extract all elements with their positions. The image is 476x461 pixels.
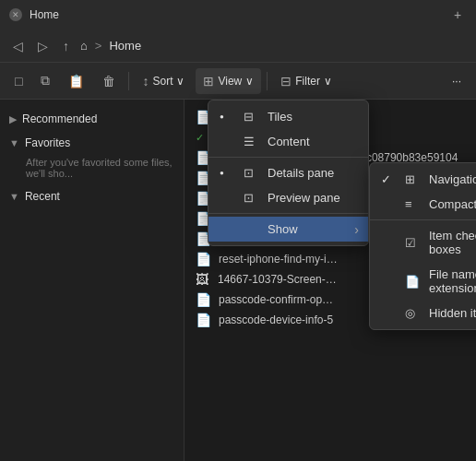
tab-close-button[interactable]: ✕ bbox=[9, 8, 22, 21]
chevron-down-icon: ▼ bbox=[9, 137, 19, 148]
compact-view-icon: ≡ bbox=[405, 197, 420, 211]
file-image-icon: 🖼 bbox=[196, 272, 210, 287]
check-navigation-pane: ✓ bbox=[381, 172, 396, 186]
breadcrumb-separator: > bbox=[95, 39, 102, 53]
file-name: passcode-device-info-5 bbox=[219, 313, 338, 326]
file-extensions-icon: 📄 bbox=[405, 275, 420, 289]
tiles-icon: ⊟ bbox=[244, 110, 258, 124]
sidebar-section-recent: ▼ Recent bbox=[0, 184, 184, 208]
delete-icon: 🗑 bbox=[102, 74, 115, 89]
address-bar: ◁ ▷ ↑ ⌂ > Home bbox=[0, 30, 476, 63]
sort-icon: ↕ bbox=[142, 74, 149, 89]
sidebar-section-favorites: ▼ Favorites After you've favorited some … bbox=[0, 131, 184, 184]
view-icon: ⊞ bbox=[203, 74, 214, 89]
menu-item-hidden-items[interactable]: ◎ Hidden items bbox=[370, 301, 476, 325]
toolbar-divider-1 bbox=[128, 72, 129, 90]
chevron-right-icon: ▶ bbox=[9, 113, 17, 125]
sort-button[interactable]: ↕ Sort ∨ bbox=[135, 68, 192, 94]
sidebar-section-recommended: ▶ Recommended bbox=[0, 107, 184, 131]
hidden-items-icon: ◎ bbox=[405, 306, 420, 320]
file-name: passcode-confirm-operation-8 bbox=[219, 293, 338, 306]
menu-dot-details: ● bbox=[220, 169, 234, 177]
item-checkboxes-icon: ☑ bbox=[405, 236, 420, 250]
menu-item-tiles[interactable]: ● ⊟ Tiles bbox=[208, 104, 368, 129]
menu-label-file-extensions: File name extensions bbox=[429, 267, 476, 295]
new-button[interactable]: □ bbox=[7, 68, 30, 94]
new-tab-button[interactable]: + bbox=[448, 6, 467, 24]
menu-label-content: Content bbox=[268, 135, 310, 148]
menu-label-navigation-pane: Navigation pane bbox=[429, 172, 476, 186]
copy-icon: ⧉ bbox=[41, 73, 50, 89]
up-button[interactable]: ↑ bbox=[59, 37, 73, 55]
filter-button[interactable]: ⊟ Filter ∨ bbox=[273, 68, 339, 94]
show-submenu: ✓ ⊞ Navigation pane ≡ Compact view ☑ Ite… bbox=[369, 162, 476, 330]
preview-pane-icon: ⊡ bbox=[244, 191, 258, 205]
sidebar-favorites-note: After you've favorited some files, we'll… bbox=[0, 153, 184, 183]
toolbar-divider-2 bbox=[267, 72, 268, 90]
menu-divider-1 bbox=[208, 157, 368, 158]
chevron-down-icon-recent: ▼ bbox=[9, 191, 19, 202]
file-name: reset-iphone-find-my-iphone bbox=[219, 253, 338, 266]
menu-item-compact-view[interactable]: ≡ Compact view bbox=[370, 192, 476, 217]
content-icon: ☰ bbox=[244, 135, 258, 148]
details-pane-icon: ⊡ bbox=[244, 166, 258, 180]
toolbar: □ ⧉ 📋 🗑 ↕ Sort ∨ ⊞ View ∨ ⊟ Filter ∨ ··· bbox=[0, 63, 476, 100]
more-button[interactable]: ··· bbox=[445, 68, 469, 94]
delete-button[interactable]: 🗑 bbox=[95, 68, 123, 94]
breadcrumb-current[interactable]: Home bbox=[109, 39, 141, 53]
sidebar-recommended-header[interactable]: ▶ Recommended bbox=[0, 109, 184, 129]
tab-label: Home bbox=[30, 8, 441, 21]
new-icon: □ bbox=[15, 74, 22, 89]
menu-label-show: Show bbox=[268, 222, 298, 236]
menu-item-file-extensions[interactable]: 📄 File name extensions bbox=[370, 262, 476, 301]
copy-button[interactable]: ⧉ bbox=[33, 68, 57, 94]
menu-divider-2 bbox=[208, 213, 368, 214]
view-button[interactable]: ⊞ View ∨ bbox=[196, 68, 261, 94]
menu-item-preview-pane[interactable]: ⊡ Preview pane bbox=[208, 185, 368, 210]
view-dropdown: ● ⊟ Tiles ☰ Content ● ⊡ Details pane ⊡ P… bbox=[208, 100, 369, 246]
navigation-pane-icon: ⊞ bbox=[405, 172, 420, 186]
menu-item-navigation-pane[interactable]: ✓ ⊞ Navigation pane bbox=[370, 167, 476, 192]
view-chevron-icon: ∨ bbox=[245, 75, 254, 88]
menu-item-item-checkboxes[interactable]: ☑ Item check boxes bbox=[370, 223, 476, 262]
menu-dot-tiles: ● bbox=[220, 112, 234, 121]
menu-label-item-checkboxes: Item check boxes bbox=[429, 229, 476, 256]
file-doc-icon: 📄 bbox=[196, 292, 211, 307]
filter-icon: ⊟ bbox=[280, 74, 292, 89]
paste-icon: 📋 bbox=[68, 74, 84, 89]
sidebar-recent-header[interactable]: ▼ Recent bbox=[0, 186, 184, 207]
menu-item-content[interactable]: ☰ Content bbox=[208, 129, 368, 154]
forward-button[interactable]: ▷ bbox=[34, 37, 52, 55]
back-button[interactable]: ◁ bbox=[9, 37, 27, 55]
sort-chevron-icon: ∨ bbox=[176, 75, 184, 88]
file-status-icon: ✓ bbox=[196, 132, 204, 144]
menu-label-hidden-items: Hidden items bbox=[429, 306, 476, 320]
paste-button[interactable]: 📋 bbox=[61, 68, 91, 94]
filter-chevron-icon: ∨ bbox=[324, 75, 332, 88]
sidebar: ▶ Recommended ▼ Favorites After you've f… bbox=[0, 100, 184, 461]
menu-label-tiles: Tiles bbox=[268, 110, 292, 124]
file-doc-icon: 📄 bbox=[196, 313, 211, 327]
show-menu-divider bbox=[370, 219, 476, 220]
breadcrumb-home-icon[interactable]: ⌂ bbox=[80, 39, 88, 53]
file-doc-icon: 📄 bbox=[196, 252, 211, 266]
sidebar-favorites-header[interactable]: ▼ Favorites bbox=[0, 133, 184, 153]
file-name: 14667-10379-Screen-Shot-2015-10-21-at-33… bbox=[218, 273, 338, 286]
menu-label-details-pane: Details pane bbox=[268, 166, 334, 180]
menu-label-compact-view: Compact view bbox=[429, 197, 476, 211]
title-bar: ✕ Home + bbox=[0, 0, 476, 30]
menu-item-show[interactable]: Show bbox=[208, 217, 368, 242]
menu-label-preview-pane: Preview pane bbox=[268, 191, 340, 205]
menu-item-details-pane[interactable]: ● ⊡ Details pane bbox=[208, 160, 368, 185]
